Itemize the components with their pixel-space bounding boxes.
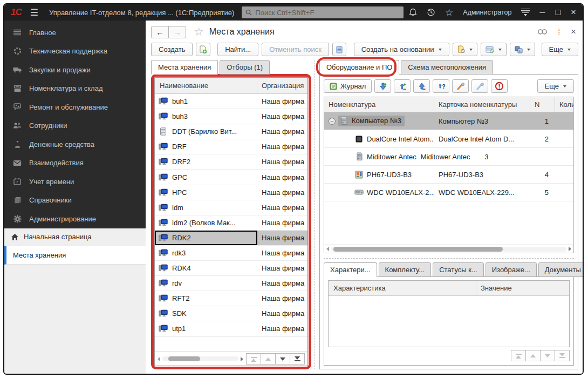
column-organization[interactable]: Организация [257, 82, 307, 90]
go-first-button[interactable] [246, 353, 261, 364]
go-first-button[interactable] [511, 350, 526, 361]
table-row[interactable]: idm2 (Волков Мак...Наша фирма [155, 215, 307, 231]
detail-tab-3[interactable]: Изображе... [486, 262, 537, 277]
table-row[interactable]: idmНаша фирма [155, 200, 307, 215]
sidebar-item-gear[interactable]: Администрирование [4, 210, 146, 228]
table-row[interactable]: DDT (Барилко Вит...Наша фирма [155, 124, 307, 139]
sidebar-item-truck[interactable]: Закупки и продажи [4, 60, 146, 79]
window-close-button[interactable]: × [571, 7, 576, 18]
maximize-button[interactable]: ☐ [555, 9, 561, 17]
table-row[interactable]: DRFНаша фирма [155, 139, 307, 154]
tab-equipment-software[interactable]: Оборудование и ПО [319, 60, 399, 75]
go-last-button[interactable] [555, 350, 570, 361]
go-next-button[interactable] [275, 353, 290, 364]
sidebar-item-home[interactable]: Начальная страница [4, 228, 146, 246]
tab-storage-places[interactable]: Места хранения [151, 60, 218, 75]
sidebar-item-repair[interactable]: Ремонт и обслуживание [4, 98, 146, 117]
sidebar-item-warehouse[interactable]: Номенклатура и склад [4, 79, 146, 98]
sidebar-item-money[interactable]: $Денежные средства [4, 135, 146, 154]
history-icon[interactable] [427, 8, 435, 17]
table-row[interactable]: PH67-UD3-B3PH67-UD3-B34 [324, 166, 573, 184]
horizontal-scrollbar[interactable] [158, 356, 243, 361]
list-settings-button[interactable] [332, 43, 346, 56]
scroll-left-icon[interactable] [326, 247, 329, 251]
install-equipment-button[interactable] [374, 79, 391, 93]
horizontal-splitter[interactable] [324, 253, 574, 259]
repair-button[interactable] [452, 79, 469, 93]
column-value[interactable]: Значение [476, 284, 569, 292]
report-dropdown-button[interactable] [481, 43, 507, 56]
column-nomenclature-card[interactable]: Карточка номенклатуры [434, 97, 530, 112]
detail-tab-0[interactable]: Характери... [324, 262, 377, 277]
equipment-horizontal-scrollbar[interactable] [324, 245, 573, 253]
write-off-button[interactable] [491, 79, 508, 93]
collapse-icon[interactable]: − [329, 118, 336, 125]
equipment-status-button[interactable]: ? [433, 79, 449, 93]
go-last-button[interactable] [290, 353, 305, 364]
create-button[interactable]: Создать [151, 43, 193, 56]
create-based-on-button[interactable]: Создать на основании [354, 43, 449, 56]
cancel-search-button[interactable]: Отменить поиск [262, 43, 329, 56]
vertical-splitter[interactable] [314, 60, 319, 369]
go-next-button[interactable] [540, 350, 555, 361]
table-row[interactable]: DualCore Intel Atom...DualCore Intel Ato… [324, 130, 573, 148]
tab-location-scheme[interactable]: Схема местоположения [401, 60, 493, 75]
column-nomenclature[interactable]: Номенклатура [324, 97, 434, 112]
sidebar-item-lines[interactable]: Главное [4, 23, 146, 42]
characteristics-table-header[interactable]: Характеристика Значение [329, 281, 569, 296]
table-row[interactable]: RFT2Наша фирма [155, 291, 307, 306]
forward-button[interactable]: → [168, 26, 186, 38]
table-row[interactable]: RDK4Наша фирма [155, 261, 307, 276]
current-user[interactable]: Администратор [463, 9, 511, 16]
column-characteristic[interactable]: Характеристика [329, 281, 476, 295]
table-row[interactable]: rdk3Наша фирма [155, 246, 307, 261]
table-row[interactable]: GPCНаша фирма [155, 170, 307, 185]
favorite-star-icon[interactable]: ☆ [194, 25, 204, 38]
more-button[interactable]: Еще [542, 43, 578, 56]
exchange-dropdown-button[interactable] [510, 43, 535, 56]
notifications-bell-icon[interactable] [409, 8, 417, 17]
scroll-left-icon[interactable] [158, 357, 160, 361]
main-menu-icon[interactable]: ☰ [30, 7, 38, 18]
go-previous-button[interactable] [261, 353, 276, 364]
storage-table-header[interactable]: Наименование Организация [155, 78, 307, 94]
tab-filters[interactable]: Отборы (1) [220, 60, 270, 75]
doc-history-dropdown-button[interactable] [453, 43, 477, 56]
remove-equipment-button[interactable] [413, 79, 430, 93]
table-row[interactable]: RDK2Наша фирма [155, 231, 307, 246]
link-icon[interactable] [538, 29, 547, 35]
detail-tab-1[interactable]: Комплекту... [379, 262, 432, 277]
global-search-input[interactable]: Поиск Ctrl+Shift+F [242, 6, 404, 18]
table-row[interactable]: DRF2Наша фирма [155, 154, 307, 170]
service-settings-icon[interactable] [521, 9, 530, 17]
table-row[interactable]: Miditower Antec Miditower Antec 3 [324, 148, 573, 166]
move-equipment-button[interactable] [394, 79, 411, 93]
favorites-star-icon[interactable]: ☆ [445, 7, 453, 18]
column-quantity[interactable]: Коли [555, 97, 573, 112]
minimize-button[interactable]: ─ [539, 8, 545, 17]
sidebar-item-support[interactable]: Техническая поддержка [4, 42, 146, 61]
equipment-table-header[interactable]: Номенклатура Карточка номенклатуры N Кол… [324, 97, 573, 112]
create-group-button[interactable] [196, 43, 210, 56]
table-row[interactable]: utp1Наша фирма [155, 321, 307, 336]
sidebar-item-books[interactable]: Справочники [4, 191, 146, 210]
table-row[interactable]: HPCНаша фирма [155, 185, 307, 200]
scroll-right-icon[interactable] [569, 247, 571, 251]
detail-tab-2[interactable]: Статусы к... [433, 262, 484, 277]
back-button[interactable]: ← [151, 26, 169, 38]
detail-tab-4[interactable]: Документы [538, 262, 584, 277]
table-row[interactable]: buh3Наша фирма [155, 109, 307, 124]
equipment-more-button[interactable]: Еще [537, 79, 574, 93]
sidebar-item-people[interactable]: Сотрудники [4, 117, 146, 136]
column-name[interactable]: Наименование [155, 78, 257, 93]
table-row[interactable]: WDC WD10EALX-2...WDC WD10EALX-229...5 [324, 184, 573, 201]
scroll-right-icon[interactable] [241, 357, 243, 361]
table-row[interactable]: rdvНаша фирма [155, 276, 307, 291]
sidebar-item-calendar[interactable]: 7Учет времени [4, 172, 146, 191]
form-close-icon[interactable]: × [571, 26, 576, 37]
journal-button[interactable]: Журнал [324, 79, 372, 93]
sidebar-item-mail[interactable]: Взаимодействия [4, 154, 146, 173]
more-actions-icon[interactable]: ⁞ [558, 28, 560, 36]
table-row[interactable]: −Компьютер №3Компьютер №31 [324, 112, 573, 130]
column-n[interactable]: N [530, 97, 555, 112]
